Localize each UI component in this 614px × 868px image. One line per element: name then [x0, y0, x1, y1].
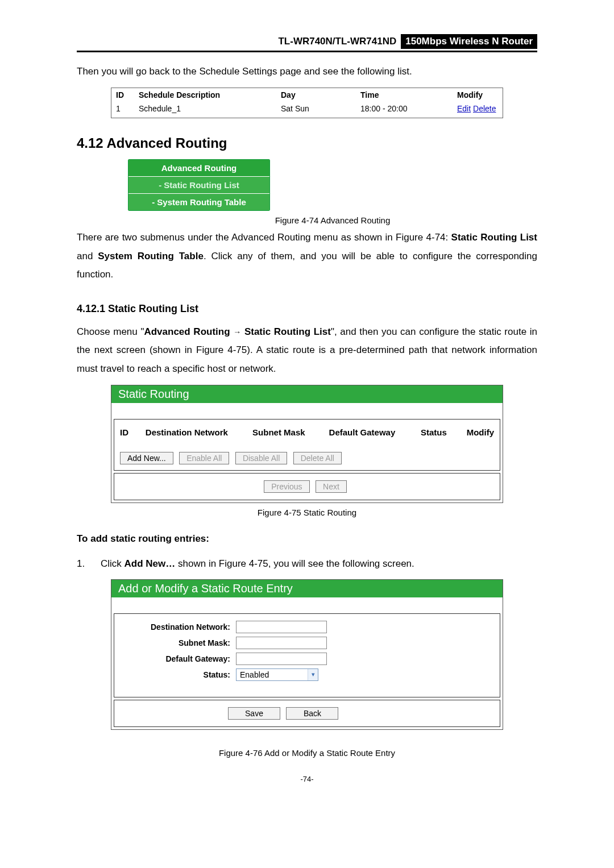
cell-desc: Schedule_1 [139, 104, 281, 113]
previous-button[interactable]: Previous [264, 480, 309, 493]
schedule-table: ID Schedule Description Day Time Modify … [111, 88, 503, 118]
add-modify-panel: Add or Modify a Static Route Entry Desti… [111, 579, 503, 730]
chevron-down-icon: ▾ [308, 669, 318, 680]
text: shown in Figure 4-75, you will see the f… [175, 558, 414, 569]
col-id: ID [120, 427, 146, 437]
label-status: Status: [122, 670, 236, 679]
col-desc: Schedule Description [139, 90, 281, 99]
text-bold: Static Routing List [451, 232, 537, 243]
disable-all-button[interactable]: Disable All [235, 452, 287, 464]
text: Click [101, 558, 125, 569]
col-id: ID [116, 90, 139, 99]
section-4-12-paragraph: There are two submenus under the Advance… [77, 229, 537, 284]
col-dest: Destination Network [146, 427, 252, 437]
add-modify-title: Add or Modify a Static Route Entry [111, 580, 503, 597]
col-mask: Subnet Mask [252, 427, 329, 437]
static-routing-panel: Static Routing ID Destination Network Su… [111, 385, 503, 503]
next-button[interactable]: Next [316, 480, 347, 493]
col-modify: Modify [457, 90, 483, 99]
menu-head[interactable]: Advanced Routing [128, 160, 269, 176]
text-bold: Static Routing List [244, 326, 331, 337]
section-4-12-title: 4.12 Advanced Routing [77, 135, 537, 151]
text-bold: Add New… [125, 558, 176, 569]
text-bold: Advanced Routing [144, 326, 230, 337]
status-select[interactable]: Enabled ▾ [236, 668, 318, 681]
model-label: TL-WR740N/TL-WR741ND [273, 34, 401, 49]
delete-link[interactable]: Delete [473, 104, 496, 113]
col-status: Status [421, 427, 467, 437]
section-4-12-1-paragraph: Choose menu "Advanced Routing → Static R… [77, 323, 537, 378]
save-button[interactable]: Save [228, 707, 280, 720]
cell-time: 18:00 - 20:00 [360, 104, 457, 113]
subnet-mask-field[interactable] [236, 637, 327, 649]
cell-day: Sat Sun [281, 104, 360, 113]
add-new-button[interactable]: Add New... [120, 452, 173, 464]
delete-all-button[interactable]: Delete All [293, 452, 342, 464]
figure-4-74-caption: Figure 4-74 Advanced Routing [128, 215, 537, 225]
back-button[interactable]: Back [286, 707, 338, 720]
col-day: Day [281, 90, 360, 99]
enable-all-button[interactable]: Enable All [179, 452, 229, 464]
page-header: TL-WR740N/TL-WR741ND 150Mbps Wireless N … [77, 34, 537, 52]
default-gateway-field[interactable] [236, 653, 327, 665]
table-row: 1 Schedule_1 Sat Sun 18:00 - 20:00 Edit … [116, 102, 498, 113]
static-routing-title: Static Routing [111, 385, 503, 403]
step-number: 1. [77, 555, 101, 573]
label-destination-network: Destination Network: [122, 622, 236, 632]
product-label: 150Mbps Wireless N Router [401, 34, 537, 49]
label-subnet-mask: Subnet Mask: [122, 638, 236, 647]
figure-4-75-caption: Figure 4-75 Static Routing [77, 508, 537, 517]
arrow-right-icon: → [233, 327, 241, 337]
edit-link[interactable]: Edit [457, 104, 471, 113]
step-1: 1. Click Add New… shown in Figure 4-75, … [77, 555, 537, 573]
text: There are two submenus under the Advance… [77, 232, 451, 243]
page-number: -74- [77, 775, 537, 783]
col-modify: Modify [467, 427, 494, 437]
menu-static-routing-list[interactable]: - Static Routing List [128, 176, 269, 193]
intro-text: Then you will go back to the Schedule Se… [77, 63, 537, 81]
section-4-12-1-title: 4.12.1 Static Routing List [77, 303, 537, 315]
status-select-value: Enabled [240, 670, 269, 679]
text: Choose menu " [77, 326, 144, 337]
advanced-routing-menu-figure: Advanced Routing - Static Routing List -… [128, 159, 537, 225]
text-bold: System Routing Table [98, 251, 204, 261]
menu-system-routing-table[interactable]: - System Routing Table [128, 193, 269, 210]
col-gw: Default Gateway [329, 427, 421, 437]
to-add-heading: To add static routing entries: [77, 530, 537, 548]
col-time: Time [360, 90, 457, 99]
figure-4-76-caption: Figure 4-76 Add or Modify a Static Route… [77, 748, 537, 758]
label-default-gateway: Default Gateway: [122, 654, 236, 663]
text: and [77, 251, 98, 261]
destination-network-field[interactable] [236, 621, 327, 633]
cell-id: 1 [116, 104, 139, 113]
